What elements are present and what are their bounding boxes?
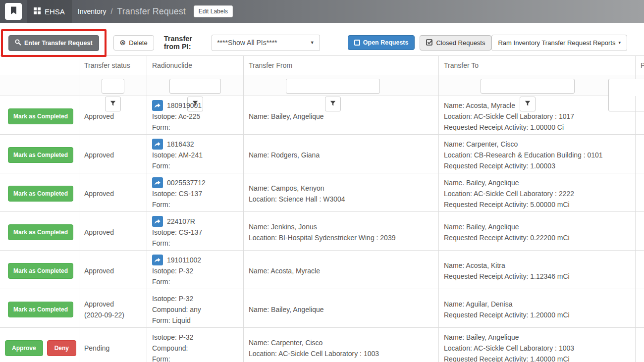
transfer-to-name: Name: Aguilar, Denisa — [444, 299, 630, 310]
transfer-from-name: Name: Bailey, Angelique — [249, 304, 433, 315]
header-transfer-to: Transfer To — [439, 56, 636, 75]
transfer-from-location: Location: Science Hall : W3004 — [249, 194, 433, 205]
transfer-to-name: Name: Acosta, Kitra — [444, 260, 630, 271]
closed-requests-label: Closed Requests — [436, 39, 485, 47]
transfer-status-text: Approved — [84, 188, 142, 199]
transfer-link-icon[interactable] — [152, 100, 163, 111]
table-row: Mark as Completed Approved 180919001 Iso… — [0, 96, 644, 135]
open-requests-button[interactable]: Open Requests — [348, 35, 415, 50]
transfer-link-icon[interactable] — [152, 255, 163, 265]
form-text: Form: — [152, 354, 238, 362]
transfer-request-table: Transfer status Radionuclide Transfer Fr… — [0, 55, 644, 362]
header-actions — [0, 56, 79, 75]
table-row: Mark as Completed Approved 224107R Isoto… — [0, 212, 644, 251]
form-text: Form: — [152, 276, 238, 287]
transfer-to-activity: Requested Receipt Activity: 0.22200 mCi — [444, 232, 630, 243]
table-row: Mark as Completed Approved 0025537712 Is… — [0, 173, 644, 212]
transfer-to-location: Location: AC-Sickle Cell Laboratory : 10… — [444, 343, 630, 354]
mark-as-completed-button[interactable]: Mark as Completed — [8, 302, 73, 317]
reports-dropdown-label: Ram Inventory Transfer Request Reports — [498, 39, 615, 47]
transfer-from-name: Name: Jenkins, Jonus — [249, 221, 433, 232]
pi-select-value: ****Show All PIs**** — [217, 39, 277, 47]
transfer-link-icon[interactable] — [152, 216, 163, 227]
radionuclide-id: 1816432 — [167, 139, 194, 150]
transfer-status-text: Approved — [84, 265, 142, 276]
mark-as-completed-button[interactable]: Mark as Completed — [8, 186, 73, 202]
form-text: Form: — [152, 238, 238, 249]
delete-button[interactable]: ⊗ Delete — [113, 35, 154, 51]
radionuclide-id: 180919001 — [167, 100, 202, 111]
form-text: Form: Liquid — [152, 315, 238, 326]
breadcrumb: Inventory / Transfer Request — [78, 6, 186, 17]
transfer-request-screen: EHSA Inventory / Transfer Request Edit L… — [0, 0, 644, 362]
transfer-to-location: Location: AC-Sickle Cell Laboratory : 10… — [444, 111, 630, 122]
transfer-to-activity: Requested Receipt Activity: 5.00000 mCi — [444, 199, 630, 210]
edit-labels-button[interactable]: Edit Labels — [194, 5, 233, 17]
isotope-text: Isotope: CS-137 — [152, 188, 238, 199]
transfer-from-filter-input[interactable] — [286, 79, 380, 94]
chevron-down-icon: ▼ — [310, 40, 315, 45]
transfer-status-date: (2020-09-22) — [84, 310, 142, 320]
table-row: Mark as Completed Approved (2020-09-22) … — [0, 289, 644, 328]
transfer-status-text: Approved — [84, 111, 142, 122]
transfer-to-filter-input[interactable] — [481, 79, 575, 94]
transfer-from-name: Name: Campos, Kenyon — [249, 183, 433, 194]
toolbar: Enter Transfer Request ⊗ Delete Transfer… — [0, 23, 644, 55]
transfer-from-name: Name: Acosta, Myracle — [249, 265, 433, 276]
transfer-link-icon[interactable] — [152, 139, 163, 150]
breadcrumb-inventory[interactable]: Inventory — [78, 7, 107, 15]
transfer-from-name: Name: Carpenter, Cisco — [249, 337, 433, 348]
deny-button[interactable]: Deny — [47, 340, 76, 356]
radionuclide-id: 191011002 — [167, 255, 201, 265]
enter-transfer-request-label: Enter Transfer Request — [24, 40, 93, 47]
table-header-row: Transfer status Radionuclide Transfer Fr… — [0, 56, 644, 75]
header-pi: P — [636, 56, 644, 75]
isotope-text: Isotope: AM-241 — [152, 150, 238, 160]
compound-text: Compound: — [152, 343, 238, 354]
transfer-to-name: Name: Bailey, Angelique — [444, 332, 630, 343]
table-row: Mark as Completed Approved 1816432 Isoto… — [0, 135, 644, 173]
reports-dropdown-button[interactable]: Ram Inventory Transfer Request Reports ▾ — [491, 35, 627, 51]
table-filter-row — [0, 75, 644, 96]
closed-requests-button[interactable]: Closed Requests — [420, 35, 491, 51]
transfer-link-icon[interactable] — [152, 177, 163, 188]
page-title: Transfer Request — [117, 6, 185, 17]
form-text: Form: — [152, 199, 238, 210]
mark-as-completed-button[interactable]: Mark as Completed — [8, 147, 73, 163]
transfer-from-pi-label: Transfer from PI: — [164, 35, 207, 51]
form-text: Form: — [152, 160, 238, 171]
transfer-status-text: Approved — [84, 227, 142, 238]
transfer-to-name: Name: Carpenter, Cisco — [444, 139, 630, 150]
transfer-to-activity: Requested Receipt Activity: 1.40000 mCi — [444, 354, 630, 362]
compound-text: Compound: any — [152, 304, 238, 315]
transfer-from-location: Location: BI-Hospital Sydenstricker Wing… — [249, 232, 433, 243]
apps-grid-icon — [34, 7, 41, 16]
radionuclide-filter-input[interactable] — [169, 79, 221, 94]
radionuclide-id: 0025537712 — [167, 177, 206, 188]
closed-requests-icon — [426, 39, 433, 46]
mark-as-completed-button[interactable]: Mark as Completed — [8, 224, 73, 240]
transfer-status-text: Approved — [84, 299, 142, 310]
header-radionuclide: Radionuclide — [147, 56, 244, 75]
delete-label: Delete — [129, 39, 148, 47]
transfer-to-activity: Requested Receipt Activity: 1.20000 mCi — [444, 310, 630, 320]
transfer-to-activity: Requested Receipt Activity: 1.00003 — [444, 160, 630, 171]
header-transfer-from: Transfer From — [244, 56, 439, 75]
approve-button[interactable]: Approve — [5, 340, 43, 356]
isotope-text: Isotope: Ac-225 — [152, 111, 238, 122]
mark-as-completed-button[interactable]: Mark as Completed — [8, 108, 73, 124]
pi-select-dropdown[interactable]: ****Show All PIs**** ▼ — [212, 35, 320, 51]
mark-as-completed-button[interactable]: Mark as Completed — [8, 263, 73, 279]
bookmark-button[interactable] — [5, 3, 22, 20]
transfer-from-name: Name: Bailey, Angelique — [249, 111, 433, 122]
app-brand[interactable]: EHSA — [27, 0, 72, 23]
open-requests-label: Open Requests — [363, 39, 409, 46]
chevron-down-icon: ▾ — [618, 40, 621, 45]
status-filter-input[interactable] — [102, 79, 124, 94]
enter-transfer-request-button[interactable]: Enter Transfer Request — [8, 35, 99, 51]
annotation-highlight-box: Enter Transfer Request — [1, 29, 107, 57]
transfer-to-location: Location: CB-Research & Education Buildi… — [444, 150, 630, 160]
isotope-text: Isotope: P-32 — [152, 332, 238, 343]
transfer-status-text: Pending — [84, 343, 142, 354]
top-navbar: EHSA Inventory / Transfer Request Edit L… — [0, 0, 644, 23]
